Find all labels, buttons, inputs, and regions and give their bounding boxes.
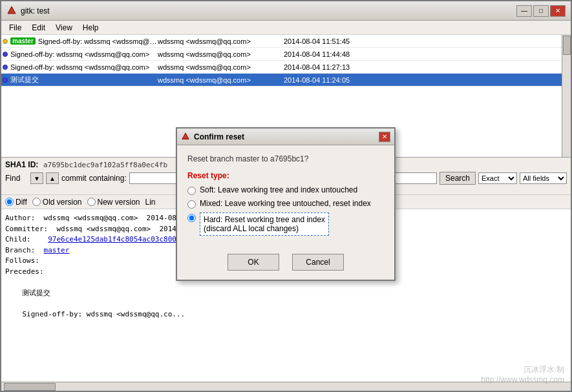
mixed-option: Mixed: Leave working tree untouched, res… — [187, 199, 384, 209]
sha-label: SHA1 ID: — [5, 160, 41, 169]
line-label: Lin — [145, 198, 156, 207]
table-row[interactable]: Signed-off-by: wdssmq <wdssmq@qq.com> wd… — [1, 61, 571, 74]
exact-select[interactable]: Exact Regexp — [478, 172, 517, 184]
reset-type-label: Reset type: — [187, 171, 384, 180]
allfields-select[interactable]: All fields Author Committer — [520, 172, 567, 184]
child-hash-link[interactable]: 97e6ce4e125dab1f4c8054ac03c800 — [48, 235, 176, 243]
old-version-radio[interactable] — [32, 198, 41, 206]
main-window: gitk: test — □ ✕ File Edit View Help mas… — [0, 0, 572, 392]
confirm-reset-dialog: Confirm reset ✕ Reset branch master to a… — [176, 127, 396, 281]
menu-help[interactable]: Help — [78, 22, 104, 34]
table-row[interactable]: Signed-off-by: wdssmq <wdssmq@qq.com> wd… — [1, 48, 571, 61]
containing-label: containing: — [89, 174, 127, 183]
title-buttons: — □ ✕ — [516, 5, 566, 17]
h-scrollbar-thumb[interactable] — [4, 383, 56, 391]
commit-graph: master Signed-off-by: wdssmq <wdssmq@qq.… — [3, 37, 158, 45]
commit-graph: Signed-off-by: wdssmq <wdssmq@qq.com> — [3, 50, 158, 58]
commit-date: 2014-08-04 11:51:45 — [284, 37, 387, 45]
commit-date: 2014-08-04 11:44:48 — [284, 50, 387, 58]
hard-label: Hard: Reset working tree and index(disca… — [204, 215, 325, 233]
soft-label: Soft: Leave working tree and index untou… — [200, 185, 357, 194]
window-title: gitk: test — [21, 6, 50, 15]
hard-option: Hard: Reset working tree and index(disca… — [187, 212, 384, 236]
commit-graph: 测试提交 — [3, 75, 158, 85]
diff-signoff: Signed-off-by: wdssmq <wdssmq@qq.co... — [5, 309, 567, 320]
watermark-line2: http://www.wdssmq.com — [481, 375, 564, 384]
commit-author: wdssmq <wdssmq@qq.com> — [158, 63, 284, 71]
mixed-label: Mixed: Leave working tree untouched, res… — [200, 199, 371, 208]
commit-message: Signed-off-by: wdssmq <wdssmq@qq.com> — [38, 37, 158, 45]
old-version-label: Old version — [43, 198, 82, 207]
sha-value: a7695bc1dec9af102a5ff8a0ec4fb — [43, 161, 167, 169]
commit-dot — [3, 39, 8, 44]
commit-date: 2014-08-04 11:24:05 — [284, 76, 387, 84]
new-version-radio[interactable] — [87, 198, 96, 206]
new-version-radio-label[interactable]: New version — [87, 198, 140, 207]
search-button[interactable]: Search — [440, 172, 476, 185]
find-label: Find — [5, 174, 28, 183]
ok-button[interactable]: OK — [228, 254, 279, 271]
dialog-titlebar: Confirm reset ✕ — [177, 129, 394, 145]
menu-view[interactable]: View — [50, 22, 78, 34]
commit-label: commit — [61, 174, 87, 183]
commit-date: 2014-08-04 11:27:13 — [284, 63, 387, 71]
maximize-button[interactable]: □ — [533, 5, 549, 17]
find-down-button[interactable]: ▼ — [30, 172, 43, 184]
minimize-button[interactable]: — — [516, 5, 532, 17]
diff-commit-msg: 测试提交 — [5, 288, 567, 299]
soft-radio[interactable] — [187, 187, 196, 195]
commit-author: wdssmq <wdssmq@qq.com> — [158, 50, 284, 58]
commit-author: wdssmq <wdssmq@qq.com> — [158, 76, 284, 84]
commit-message: 测试提交 — [10, 75, 39, 85]
title-bar: gitk: test — □ ✕ — [1, 1, 571, 21]
dialog-icon — [181, 132, 190, 141]
scrollbar-thumb[interactable] — [563, 36, 571, 55]
new-version-label: New version — [98, 198, 140, 207]
menu-bar: File Edit View Help — [1, 21, 571, 35]
dialog-body: Reset branch master to a7695bc1? Reset t… — [177, 145, 394, 249]
diff-radio-label[interactable]: Diff — [5, 198, 27, 207]
dialog-close-button[interactable]: ✕ — [379, 132, 390, 142]
svg-marker-1 — [182, 132, 189, 139]
dialog-buttons: OK Cancel — [177, 249, 394, 280]
cancel-button[interactable]: Cancel — [292, 254, 344, 271]
dialog-title: Confirm reset — [194, 132, 244, 141]
close-button[interactable]: ✕ — [550, 5, 566, 17]
find-up-button[interactable]: ▲ — [46, 172, 59, 184]
old-version-radio-label[interactable]: Old version — [32, 198, 82, 207]
hard-option-box: Hard: Reset working tree and index(disca… — [200, 212, 329, 236]
diff-radio[interactable] — [5, 198, 14, 206]
svg-marker-0 — [8, 6, 16, 14]
menu-file[interactable]: File — [4, 22, 26, 34]
commit-graph: Signed-off-by: wdssmq <wdssmq@qq.com> — [3, 63, 158, 71]
commit-author: wdssmq <wdssmq@qq.com> — [158, 37, 284, 45]
menu-edit[interactable]: Edit — [26, 22, 50, 34]
vertical-scrollbar[interactable] — [562, 35, 571, 157]
table-row[interactable]: 测试提交 wdssmq <wdssmq@qq.com> 2014-08-04 1… — [1, 74, 571, 87]
app-icon — [6, 6, 17, 16]
master-tag: master — [10, 37, 36, 45]
diff-label: Diff — [16, 198, 27, 207]
commit-dot — [3, 52, 8, 57]
commit-dot — [3, 65, 8, 70]
dialog-question: Reset branch master to a7695bc1? — [187, 154, 384, 163]
commit-dot — [3, 77, 8, 83]
mixed-radio[interactable] — [187, 200, 196, 209]
branch-link[interactable]: master — [44, 246, 70, 254]
diff-blank2 — [5, 298, 567, 309]
table-row[interactable]: master Signed-off-by: wdssmq <wdssmq@qq.… — [1, 35, 571, 48]
commit-message: Signed-off-by: wdssmq <wdssmq@qq.com> — [10, 63, 149, 71]
commit-message: Signed-off-by: wdssmq <wdssmq@qq.com> — [10, 50, 149, 58]
watermark: 沉冰浮水·制 http://www.wdssmq.com — [481, 364, 564, 384]
hard-radio[interactable] — [187, 214, 196, 222]
watermark-line1: 沉冰浮水·制 — [481, 364, 564, 375]
soft-option: Soft: Leave working tree and index untou… — [187, 185, 384, 195]
